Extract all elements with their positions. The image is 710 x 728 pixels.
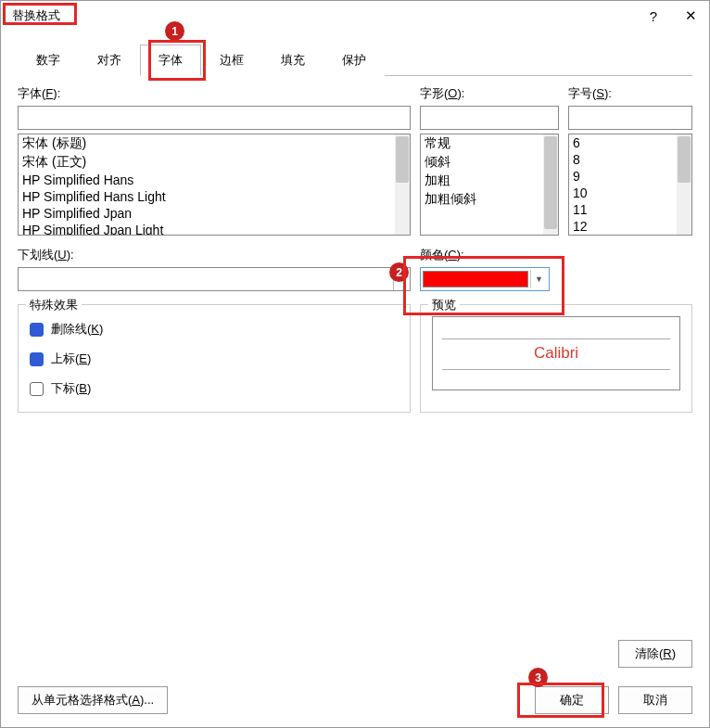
list-item[interactable]: 8: [569, 151, 691, 168]
tab-protect[interactable]: 保护: [323, 45, 385, 76]
preview-text: Calibri: [534, 344, 578, 363]
list-item[interactable]: HP Simplified Hans Light: [19, 188, 410, 205]
font-input[interactable]: [18, 106, 411, 130]
superscript-label: 上标(E): [51, 351, 91, 367]
cancel-button[interactable]: 取消: [618, 686, 692, 714]
strikethrough-checkbox[interactable]: [30, 323, 44, 337]
subscript-label: 下标(B): [51, 380, 91, 397]
replace-format-dialog: 替换格式 ? ✕ 数字 对齐 字体 边框 填充 保护 字体(F): 宋体 (标题…: [0, 0, 710, 728]
chevron-down-icon: ▼: [393, 268, 410, 290]
subscript-checkbox[interactable]: [30, 382, 44, 396]
scrollbar[interactable]: [543, 134, 558, 235]
list-item[interactable]: HP Simplified Jpan Light: [19, 222, 410, 236]
help-icon: ?: [650, 8, 657, 24]
list-item[interactable]: 宋体 (标题): [19, 134, 410, 153]
list-item[interactable]: 11: [569, 201, 691, 218]
clear-button[interactable]: 清除(R): [618, 640, 692, 668]
list-item[interactable]: 宋体 (正文): [19, 153, 410, 172]
underline-label: 下划线(U):: [18, 247, 411, 263]
help-button[interactable]: ?: [635, 1, 672, 31]
style-listbox[interactable]: 常规 倾斜 加粗 加粗倾斜: [420, 134, 559, 236]
preview-box: Calibri: [432, 316, 680, 390]
chevron-down-icon: ▼: [530, 270, 547, 288]
list-item[interactable]: HP Simplified Hans: [19, 172, 410, 188]
annotation-badge-3: 3: [528, 668, 548, 687]
ok-button[interactable]: 确定: [535, 686, 609, 714]
list-item[interactable]: 10: [569, 185, 691, 201]
effects-group: 特殊效果 删除线(K) 上标(E) 下标(B): [18, 304, 411, 413]
color-combo[interactable]: ▼: [420, 267, 550, 291]
preview-group: 预览 Calibri: [420, 304, 692, 413]
font-label: 字体(F):: [18, 85, 411, 102]
titlebar: 替换格式 ? ✕: [1, 1, 709, 31]
tab-strip: 数字 对齐 字体 边框 填充 保护: [1, 31, 709, 75]
tab-font[interactable]: 字体: [140, 45, 201, 76]
tab-align[interactable]: 对齐: [79, 45, 140, 76]
color-swatch: [423, 271, 528, 287]
list-item[interactable]: 9: [569, 168, 691, 185]
font-listbox[interactable]: 宋体 (标题) 宋体 (正文) HP Simplified Hans HP Si…: [18, 134, 411, 236]
dialog-title: 替换格式: [8, 6, 64, 26]
from-cell-button[interactable]: 从单元格选择格式(A)...: [18, 686, 168, 714]
size-listbox[interactable]: 6 8 9 10 11 12: [568, 134, 692, 236]
list-item[interactable]: 常规: [421, 134, 558, 153]
preview-legend: 预览: [428, 297, 460, 313]
size-label: 字号(S):: [568, 85, 692, 102]
tab-border[interactable]: 边框: [201, 45, 262, 76]
scrollbar[interactable]: [395, 134, 410, 235]
strikethrough-label: 删除线(K): [51, 321, 103, 338]
effects-legend: 特殊效果: [26, 297, 82, 313]
close-button[interactable]: ✕: [672, 1, 709, 31]
close-icon: ✕: [685, 7, 697, 24]
list-item[interactable]: 加粗: [421, 172, 558, 190]
scrollbar[interactable]: [677, 134, 691, 235]
list-item[interactable]: 6: [569, 134, 691, 151]
list-item[interactable]: 倾斜: [421, 153, 558, 172]
style-input[interactable]: [420, 106, 559, 130]
color-label: 颜色(C):: [420, 247, 692, 263]
list-item[interactable]: HP Simplified Jpan: [19, 205, 410, 222]
list-item[interactable]: 加粗倾斜: [421, 190, 558, 209]
tab-content: 字体(F): 宋体 (标题) 宋体 (正文) HP Simplified Han…: [1, 76, 709, 413]
underline-combo[interactable]: ▼: [18, 267, 411, 291]
list-item[interactable]: 12: [569, 218, 691, 235]
tab-number[interactable]: 数字: [18, 45, 79, 76]
superscript-checkbox[interactable]: [30, 352, 44, 366]
style-label: 字形(O):: [420, 85, 559, 102]
size-input[interactable]: [568, 106, 692, 130]
tab-fill[interactable]: 填充: [262, 45, 323, 76]
